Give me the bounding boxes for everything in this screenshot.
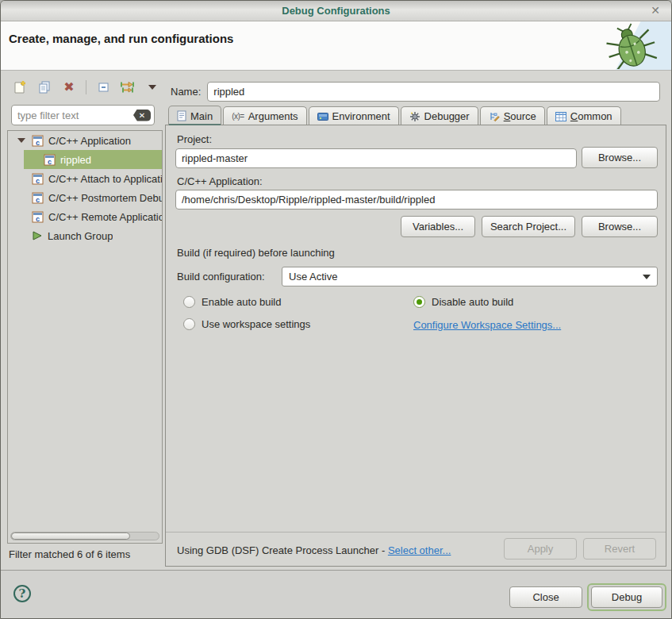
window-title: Debug Configurations [282,5,390,17]
titlebar: Debug Configurations ✕ [1,1,671,21]
tree-item-launch-group[interactable]: Launch Group [8,226,162,245]
c-application-icon: c [32,173,44,185]
radio-off-icon [183,318,195,330]
disable-auto-build-radio[interactable]: Disable auto build [413,296,513,308]
delete-config-button[interactable]: ✖ [60,78,79,97]
tab-label: Environment [332,110,390,122]
filter-field: ✕ [11,105,155,125]
tree-item-label: C/C++ Postmortem Debugger [48,192,162,204]
filter-input[interactable] [17,110,133,121]
build-configuration-select[interactable]: Use Active [282,267,658,286]
search-project-button[interactable]: Search Project... [482,216,575,237]
tree-item-rippled[interactable]: c rippled [24,150,162,169]
workspace-settings-row: Use workspace settings [166,318,658,333]
tree-item-cpp-attach[interactable]: c C/C++ Attach to Application [8,169,162,188]
variables-button[interactable]: Variables... [401,216,475,237]
tab-environment[interactable]: Environment [309,106,399,125]
clear-filter-icon[interactable]: ✕ [133,110,151,121]
tab-source[interactable]: Source [480,106,545,125]
close-icon[interactable]: ✕ [647,1,663,21]
svg-text:c: c [36,195,40,203]
project-input[interactable] [175,148,577,168]
filter-configs-icon [120,80,136,94]
dialog-header: Create, manage, and run configurations [1,21,671,71]
tab-label: Common [570,110,612,122]
duplicate-config-button[interactable] [35,78,54,97]
launcher-text: Using GDB (DSF) Create Process Launcher … [177,544,388,556]
svg-text:c: c [36,214,40,222]
radio-on-icon [413,296,425,308]
toolbar-separator [86,80,86,94]
configure-workspace-settings-link[interactable]: Configure Workspace Settings... [413,319,561,331]
dialog-footer: ? Close Debug [1,571,671,619]
debug-bug-icon [603,23,660,69]
document-icon [177,110,186,121]
radio-off-icon [183,296,195,308]
tree-item-cpp-remote[interactable]: c C/C++ Remote Application [8,207,162,226]
duplicate-config-icon [37,80,52,94]
tab-common[interactable]: Common [547,106,621,125]
collapse-all-button[interactable] [94,78,113,97]
tab-label: Source [504,110,536,122]
tab-main[interactable]: Main [168,106,221,125]
dialog-subtitle: Create, manage, and run configurations [9,32,233,45]
tree-item-label: rippled [60,154,91,166]
c-application-icon: c [32,192,44,204]
tree-item-cpp-postmortem[interactable]: c C/C++ Postmortem Debugger [8,188,162,207]
configurations-tree: c C/C++ Application c rippled c C/C++ At… [7,130,163,544]
common-table-icon [555,112,566,121]
launch-group-icon [32,230,43,241]
svg-text:c: c [36,138,40,146]
enable-auto-build-radio[interactable]: Enable auto build [183,296,281,308]
delete-config-icon: ✖ [63,81,74,94]
toolbar-menu-button[interactable] [143,78,162,97]
tree-horizontal-scrollbar[interactable] [10,532,159,540]
tab-arguments[interactable]: (x)= Arguments [223,106,306,125]
svg-text:c: c [48,157,52,165]
radio-label: Disable auto build [432,296,513,308]
chevron-down-icon[interactable] [17,138,25,143]
radio-label: Enable auto build [202,296,281,308]
help-button[interactable]: ? [13,585,31,602]
environment-icon [317,112,328,121]
chevron-down-icon [643,275,651,279]
scrollbar-thumb[interactable] [11,532,130,540]
new-config-button[interactable] [10,78,29,97]
application-label: C/C++ Application: [177,175,263,187]
name-input[interactable] [207,82,660,102]
menu-dropdown-icon [148,85,156,90]
select-other-link[interactable]: Select other... [388,544,451,556]
c-application-icon: c [32,135,44,147]
filter-configs-button[interactable] [118,78,137,97]
c-application-icon: c [32,211,44,223]
use-workspace-settings-radio[interactable]: Use workspace settings [183,318,310,330]
tree-item-label: C/C++ Attach to Application [48,173,162,185]
application-browse-button[interactable]: Browse... [582,216,658,237]
name-label: Name: [171,86,201,98]
application-path-input[interactable] [175,190,658,210]
new-config-icon [13,80,27,94]
filter-status-text: Filter matched 6 of 6 items [9,548,130,560]
configurations-toolbar: ✖ [10,77,162,98]
tree-item-label: Launch Group [48,230,113,242]
main-tab-content: Project: Browse... C/C++ Application: Va… [165,125,666,567]
project-browse-button[interactable]: Browse... [582,147,658,168]
tree-item-cpp-application[interactable]: c C/C++ Application [8,131,162,150]
name-row: Name: [171,81,660,102]
project-label: Project: [177,133,212,145]
build-configuration-label: Build configuration: [177,271,265,283]
auto-build-radio-row: Enable auto build Disable auto build [166,296,658,310]
tab-debugger[interactable]: Debugger [401,106,478,125]
default-button-ring: Debug [587,583,666,611]
close-button[interactable]: Close [509,586,582,608]
revert-button: Revert [583,538,656,559]
debug-configurations-dialog: Debug Configurations ✕ Create, manage, a… [0,0,672,619]
tab-label: Debugger [424,110,470,122]
arguments-icon: (x)= [232,112,244,121]
tab-label: Main [190,110,213,122]
launcher-info: Using GDB (DSF) Create Process Launcher … [177,544,451,556]
source-tree-icon [489,111,500,122]
launcher-separator [166,532,666,532]
debug-button[interactable]: Debug [591,586,662,608]
tab-label: Arguments [248,110,298,122]
